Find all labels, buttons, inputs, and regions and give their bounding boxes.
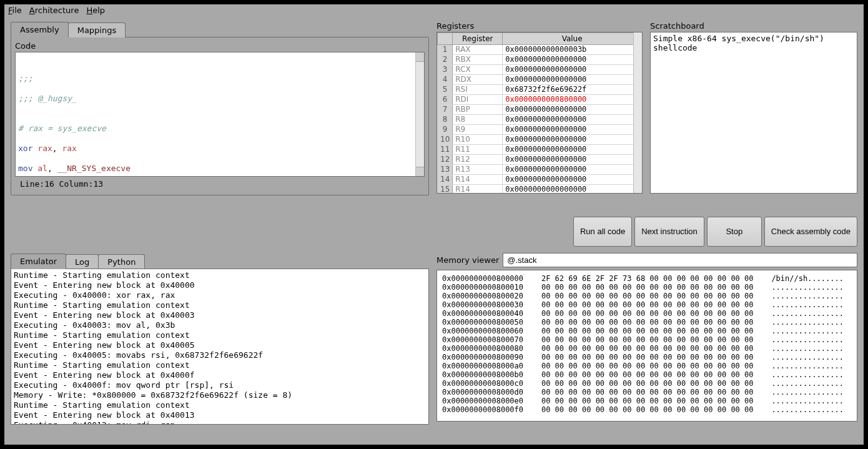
registers-table-wrap: RegisterValue1RAX0x000000000000003b2RBX0…	[436, 32, 643, 194]
tab-assembly[interactable]: Assembly	[11, 22, 69, 37]
register-row[interactable]: 13R130x0000000000000000	[438, 165, 642, 175]
registers-scrollbar[interactable]	[633, 32, 642, 193]
code-scrollbar[interactable]	[415, 52, 424, 176]
code-line[interactable]: ;;;	[18, 74, 422, 84]
register-row[interactable]: 11R110x0000000000000000	[438, 145, 642, 155]
register-row[interactable]: 6RDI0x0000000000800000	[438, 95, 642, 105]
next-instruction-button[interactable]: Next instruction	[634, 217, 704, 247]
register-row[interactable]: 1RAX0x000000000000003b	[438, 45, 642, 55]
scratchboard-label: Scratchboard	[650, 21, 857, 31]
register-row[interactable]: 3RCX0x0000000000000000	[438, 65, 642, 75]
main-window: FileArchitectureHelp AssemblyMappings Co…	[4, 4, 864, 445]
menu-file[interactable]: File	[8, 6, 22, 15]
tab-mappings[interactable]: Mappings	[68, 22, 126, 37]
menu-architecture[interactable]: Architecture	[29, 6, 79, 15]
register-row[interactable]: 10R100x0000000000000000	[438, 135, 642, 145]
register-row[interactable]: 8R80x0000000000000000	[438, 115, 642, 125]
memory-header: Memory viewer	[436, 253, 857, 267]
main-area: AssemblyMappings Code ;;; ;;; @_hugsy_ #…	[4, 16, 864, 445]
tab-emulator[interactable]: Emulator	[11, 254, 66, 269]
code-line[interactable]: mov al, __NR_SYS_execve	[18, 164, 422, 174]
memory-address-input[interactable]	[503, 253, 857, 267]
register-row[interactable]: 4RDX0x0000000000000000	[438, 75, 642, 85]
reg-header[interactable]: Value	[503, 33, 642, 45]
scratchboard-editor[interactable]: Simple x86-64 sys_execve("/bin/sh") shel…	[650, 32, 857, 194]
register-row[interactable]: 7RBP0x0000000000000000	[438, 105, 642, 115]
assembly-column: AssemblyMappings Code ;;; ;;; @_hugsy_ #…	[11, 21, 429, 210]
registers-label: Registers	[436, 21, 643, 31]
code-label: Code	[15, 41, 425, 51]
register-row[interactable]: 5RSI0x68732f2f6e69622f	[438, 85, 642, 95]
emulator-log[interactable]: Runtime - Starting emulation context Eve…	[11, 269, 429, 425]
tab-log[interactable]: Log	[66, 254, 99, 269]
register-row[interactable]: 2RBX0x0000000000000000	[438, 55, 642, 65]
registers-column: Registers RegisterValue1RAX0x00000000000…	[436, 21, 643, 210]
menu-help[interactable]: Help	[86, 6, 105, 15]
emulator-column: EmulatorLogPython Runtime - Starting emu…	[11, 253, 429, 440]
reg-header[interactable]: Register	[453, 33, 503, 45]
register-row[interactable]: 15R140x0000000000000000	[438, 185, 642, 194]
stop-button[interactable]: Stop	[707, 217, 762, 247]
run-all-button[interactable]: Run all code	[573, 217, 632, 247]
check-assembly-button[interactable]: Check assembly code	[764, 217, 857, 247]
menubar: FileArchitectureHelp	[4, 4, 864, 16]
code-editor[interactable]: ;;; ;;; @_hugsy_ # rax = sys_execve xor …	[15, 52, 425, 177]
button-row: Run all code Next instruction Stop Check…	[11, 214, 857, 250]
memory-column: Memory viewer 0x0000000000800000 2F 62 6…	[436, 253, 857, 440]
code-line[interactable]: xor rax, rax	[18, 144, 422, 154]
code-panel: Code ;;; ;;; @_hugsy_ # rax = sys_execve…	[11, 37, 429, 195]
register-row[interactable]: 14R140x0000000000000000	[438, 175, 642, 185]
tab-python[interactable]: Python	[98, 254, 145, 269]
register-row[interactable]: 9R90x0000000000000000	[438, 125, 642, 135]
scratchboard-column: Scratchboard Simple x86-64 sys_execve("/…	[650, 21, 857, 210]
code-line[interactable]: # rax = sys_execve	[18, 124, 422, 134]
register-row[interactable]: 12R120x0000000000000000	[438, 155, 642, 165]
registers-table[interactable]: RegisterValue1RAX0x000000000000003b2RBX0…	[437, 32, 642, 194]
tabs-bottom: EmulatorLogPython	[11, 253, 429, 269]
code-line[interactable]: ;;; @_hugsy_	[18, 94, 422, 104]
editor-status: Line:16 Column:13	[15, 177, 425, 191]
memory-label: Memory viewer	[436, 255, 499, 265]
tabs-top: AssemblyMappings	[11, 21, 429, 37]
memory-hexdump[interactable]: 0x0000000000800000 2F 62 69 6E 2F 2F 73 …	[436, 270, 857, 422]
